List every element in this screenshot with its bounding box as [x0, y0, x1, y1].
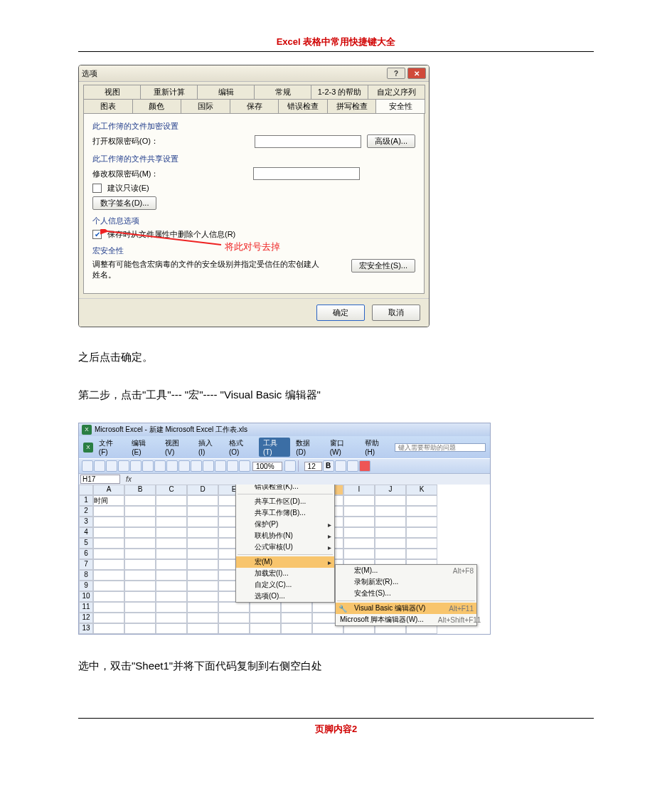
row-header[interactable]: 3	[79, 517, 93, 527]
cell[interactable]	[93, 506, 124, 517]
cell[interactable]	[281, 613, 312, 623]
cell[interactable]	[343, 527, 375, 538]
menu-format[interactable]: 格式(O)	[225, 438, 257, 457]
tab-save[interactable]: 保存	[230, 99, 279, 114]
cell[interactable]	[218, 623, 250, 634]
cell[interactable]	[343, 506, 375, 517]
cell[interactable]	[406, 495, 437, 506]
menu-item[interactable]: 错误检查(K)...	[236, 485, 334, 492]
cell[interactable]	[156, 581, 187, 591]
toolbar-align-icon[interactable]	[335, 460, 346, 472]
select-all[interactable]	[79, 485, 93, 495]
cell[interactable]	[375, 517, 406, 527]
menu-item[interactable]: 公式审核(U)▸	[236, 541, 334, 553]
ok-button[interactable]: 确定	[316, 305, 365, 321]
menu-file[interactable]: 文件(F)	[95, 438, 126, 457]
cell[interactable]	[218, 613, 250, 623]
row-header[interactable]: 5	[79, 538, 93, 549]
menu-data[interactable]: 数据(D)	[292, 438, 324, 457]
cell[interactable]	[124, 581, 156, 591]
cell[interactable]	[281, 623, 312, 634]
menu-item[interactable]: 共享工作簿(B)...	[236, 507, 334, 519]
cell[interactable]	[93, 602, 124, 613]
cell[interactable]	[343, 495, 375, 506]
cell[interactable]	[187, 613, 218, 623]
row-header[interactable]: 4	[79, 527, 93, 538]
cell[interactable]	[124, 538, 156, 549]
row-header[interactable]: 12	[79, 613, 93, 623]
tab-security[interactable]: 安全性	[375, 99, 425, 114]
menu-item[interactable]: 联机协作(N)▸	[236, 530, 334, 541]
menu-item[interactable]: 安全性(S)...	[336, 588, 476, 599]
macro-security-button[interactable]: 宏安全性(S)...	[351, 259, 415, 272]
toolbar-sum-icon[interactable]	[215, 460, 226, 472]
readonly-checkbox[interactable]	[92, 184, 102, 193]
tab-intl[interactable]: 国际	[181, 99, 230, 114]
menu-tools[interactable]: 工具(T)	[259, 438, 290, 457]
cell[interactable]	[124, 495, 156, 506]
cell[interactable]	[124, 613, 156, 623]
col-header[interactable]: D	[187, 485, 218, 495]
toolbar-preview-icon[interactable]	[130, 460, 142, 472]
cell[interactable]	[124, 549, 156, 559]
cell[interactable]	[93, 517, 124, 527]
cell[interactable]	[187, 581, 218, 591]
cell[interactable]	[187, 506, 218, 517]
cell[interactable]	[156, 549, 187, 559]
cell[interactable]	[124, 527, 156, 538]
menu-item[interactable]: 保护(P)▸	[236, 519, 334, 530]
cell[interactable]	[281, 602, 312, 613]
cell[interactable]	[250, 613, 281, 623]
cell[interactable]	[250, 602, 281, 613]
cell[interactable]	[187, 527, 218, 538]
toolbar-undo-icon[interactable]	[191, 460, 202, 472]
row-header[interactable]: 1	[79, 495, 93, 506]
col-header[interactable]: J	[375, 485, 406, 495]
name-box[interactable]: H17	[80, 475, 120, 484]
cell[interactable]	[406, 527, 437, 538]
cell[interactable]	[375, 538, 406, 549]
row-header[interactable]: 13	[79, 623, 93, 634]
col-header[interactable]: B	[124, 485, 156, 495]
toolbar-new-icon[interactable]	[82, 460, 93, 472]
menu-item[interactable]: Microsoft 脚本编辑器(W)...Alt+Shift+F11	[336, 614, 476, 625]
menu-item[interactable]: 选项(O)...	[236, 591, 334, 602]
digital-sign-button[interactable]: 数字签名(D)...	[92, 196, 156, 210]
toolbar-open-icon[interactable]	[94, 460, 105, 472]
cell[interactable]	[93, 570, 124, 581]
cell[interactable]	[156, 591, 187, 602]
cell[interactable]	[343, 517, 375, 527]
cancel-button[interactable]: 取消	[372, 305, 420, 321]
row-header[interactable]: 6	[79, 549, 93, 559]
toolbar-fontcolor-icon[interactable]	[359, 460, 370, 472]
cell[interactable]	[124, 517, 156, 527]
toolbar-border-icon[interactable]	[347, 460, 358, 472]
menu-item[interactable]: 共享工作区(D)...	[236, 496, 334, 507]
menu-item[interactable]: 宏(M)▸	[236, 556, 334, 568]
cell[interactable]	[93, 559, 124, 570]
tab-edit[interactable]: 编辑	[197, 85, 255, 99]
row-header[interactable]: 10	[79, 591, 93, 602]
menu-help[interactable]: 帮助(H)	[361, 438, 393, 457]
cell[interactable]	[156, 613, 187, 623]
menu-insert[interactable]: 插入(I)	[194, 438, 223, 457]
toolbar-redo-icon[interactable]	[203, 460, 214, 472]
col-header[interactable]: K	[406, 485, 437, 495]
cell[interactable]	[406, 549, 437, 559]
advanced-button[interactable]: 高级(A)...	[367, 134, 415, 148]
menu-item[interactable]: 加载宏(I)...	[236, 568, 334, 579]
row-header[interactable]: 7	[79, 559, 93, 570]
zoom-select[interactable]: 100%	[252, 462, 282, 471]
help-search-input[interactable]	[395, 443, 486, 452]
cell[interactable]: 时间	[93, 495, 124, 506]
cell[interactable]	[93, 527, 124, 538]
cell[interactable]	[124, 591, 156, 602]
cell[interactable]	[124, 623, 156, 634]
menu-view[interactable]: 视图(V)	[161, 438, 193, 457]
tab-recalc[interactable]: 重新计算	[140, 85, 198, 99]
cell[interactable]	[156, 602, 187, 613]
tab-123help[interactable]: 1-2-3 的帮助	[311, 85, 368, 99]
cell[interactable]	[250, 623, 281, 634]
tab-color[interactable]: 颜色	[132, 99, 182, 114]
cell[interactable]	[156, 559, 187, 570]
